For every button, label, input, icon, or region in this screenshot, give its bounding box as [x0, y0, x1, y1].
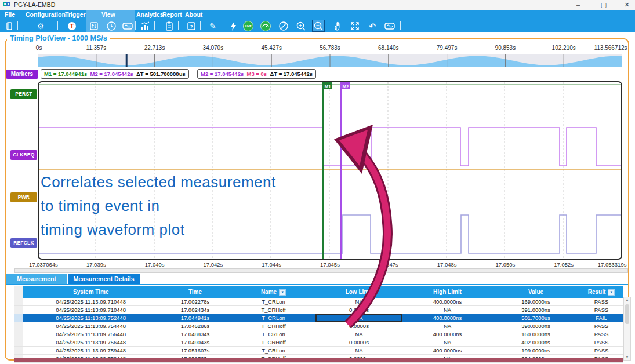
annotate-pencil-icon[interactable]: ✎: [207, 20, 219, 31]
plot-view-icon[interactable]: [122, 20, 133, 31]
cell-system-time[interactable]: 04/25/2025 11:13:09.752448: [23, 314, 159, 322]
timing-clock-icon[interactable]: [106, 20, 117, 31]
signal-label-perst[interactable]: PERST: [10, 89, 37, 99]
undo-icon[interactable]: ↶: [367, 20, 378, 31]
table-row[interactable]: 04/25/2025 11:13:09.75444817.046286sT_CR…: [14, 322, 623, 330]
cell-result[interactable]: PASS: [579, 338, 623, 347]
trigger-icon[interactable]: T: [66, 20, 78, 31]
waveform-view-icon[interactable]: [384, 20, 395, 31]
fit-screen-icon[interactable]: [349, 20, 361, 31]
cell-time[interactable]: 17.048834s: [159, 330, 231, 338]
overview-strip[interactable]: [38, 54, 622, 67]
channel-setup-icon[interactable]: [88, 20, 100, 31]
cell-low-limit[interactable]: 0.0000s: [315, 322, 402, 330]
cell-high-limit[interactable]: 400.0000ns: [402, 347, 492, 355]
cell-system-time[interactable]: 04/25/2025 11:13:09.756448: [23, 338, 159, 347]
scroll-up-icon[interactable]: ▲: [624, 297, 630, 303]
table-row[interactable]: 04/25/2025 11:13:09.75644817.048834sT_CR…: [14, 330, 623, 338]
cell-time[interactable]: 17.051607s: [159, 347, 231, 355]
cell-value[interactable]: 160.0000ns: [492, 330, 579, 338]
disconnect-icon[interactable]: [278, 20, 289, 31]
cell-system-time[interactable]: 04/25/2025 11:13:09.756448: [23, 330, 159, 338]
file-icon[interactable]: [3, 20, 15, 31]
cell-value[interactable]: 402.0000ns: [492, 338, 579, 347]
help-icon[interactable]: ?: [186, 20, 197, 31]
marker-readout-2[interactable]: M2 = 17.045442s M3 = 0s ΔT = 17.045442s: [197, 69, 316, 79]
cell-time[interactable]: 17.046286s: [159, 322, 231, 330]
menu-trigger[interactable]: Trigger: [65, 11, 86, 18]
cell-system-time[interactable]: 04/25/2025 11:13:09.710448: [23, 306, 159, 314]
cell-value[interactable]: 199.0000ns: [492, 347, 579, 355]
cell-high-limit[interactable]: 400.0000ns: [402, 330, 492, 338]
cell-value[interactable]: 391.0000ns: [492, 306, 579, 314]
cell-low-limit[interactable]: NA: [315, 347, 402, 355]
column-header-system-time[interactable]: System Time: [23, 286, 159, 298]
menu-report[interactable]: Report: [162, 11, 182, 18]
menu-analytics[interactable]: Analytics: [136, 11, 164, 18]
cell-result[interactable]: PASS: [579, 322, 623, 330]
signal-label-pwr[interactable]: PWR: [10, 192, 37, 202]
row-selector[interactable]: [14, 322, 23, 330]
cell-high-limit[interactable]: NA: [402, 322, 492, 330]
cell-result[interactable]: PASS: [579, 306, 623, 314]
cell-time[interactable]: 17.044941s: [159, 314, 231, 322]
menu-view[interactable]: View: [101, 11, 115, 18]
column-header-value[interactable]: Value: [492, 286, 579, 298]
signal-label-refclk[interactable]: REFCLK: [10, 238, 37, 248]
column-header-name[interactable]: Name▼: [231, 286, 315, 298]
zoom-out-icon[interactable]: [313, 20, 324, 31]
cell-low-limit[interactable]: 0.0000s: [315, 338, 402, 347]
markers-button[interactable]: Markers: [6, 70, 38, 79]
cell-low-limit[interactable]: NA: [315, 314, 402, 322]
table-row[interactable]: 04/25/2025 11:13:09.75944817.051607sT_CR…: [14, 347, 623, 355]
horizontal-scrollbar[interactable]: [14, 268, 628, 273]
close-button[interactable]: ✕: [618, 0, 635, 9]
menu-configuration[interactable]: Configuration: [26, 11, 66, 18]
performance-gauge-icon[interactable]: [260, 20, 271, 31]
cell-time[interactable]: 17.002434s: [159, 306, 231, 314]
cell-time[interactable]: 17.049043s: [159, 338, 231, 347]
row-selector[interactable]: [14, 298, 23, 306]
settings-gear-icon[interactable]: ⚙: [35, 20, 46, 31]
cell-low-limit[interactable]: NA: [315, 330, 402, 338]
scrollbar-thumb[interactable]: [625, 304, 629, 324]
minimize-button[interactable]: –: [569, 0, 587, 9]
pan-hand-icon[interactable]: [332, 20, 343, 31]
row-selector[interactable]: [14, 330, 23, 338]
live-mode-icon[interactable]: LIVE: [242, 20, 254, 31]
cell-name[interactable]: T_CRHoff: [231, 306, 315, 314]
cell-low-limit[interactable]: NA: [315, 298, 402, 306]
power-bolt-icon[interactable]: [227, 20, 239, 31]
filter-icon[interactable]: ▼: [279, 289, 286, 296]
cell-system-time[interactable]: 04/25/2025 11:13:09.710448: [23, 298, 159, 306]
cell-result[interactable]: PASS: [579, 347, 623, 355]
cell-result[interactable]: PASS: [579, 330, 623, 338]
marker-readout-1[interactable]: M1 = 17.044941s M2 = 17.045442s ΔT = 501…: [41, 69, 189, 79]
cell-high-limit[interactable]: NA: [402, 306, 492, 314]
cell-value[interactable]: 501.7000us: [492, 314, 579, 322]
analytics-icon[interactable]: [139, 20, 151, 31]
cell-value[interactable]: 169.0000ns: [492, 298, 579, 306]
cell-system-time[interactable]: 04/25/2025 11:13:09.754448: [23, 322, 159, 330]
column-header-high-limit[interactable]: High Limit: [402, 286, 492, 298]
scroll-down-icon[interactable]: ▼: [624, 354, 630, 360]
table-row[interactable]: 04/25/2025 11:13:09.71044817.002278sT_CR…: [14, 298, 623, 306]
cell-name[interactable]: T_CRLon: [231, 314, 315, 322]
row-selector[interactable]: [14, 314, 23, 322]
cell-name[interactable]: T_CRHoff: [231, 338, 315, 347]
filter-icon[interactable]: ▼: [608, 289, 615, 296]
table-row[interactable]: 04/25/2025 11:13:09.71044817.002434sT_CR…: [14, 306, 623, 314]
table-row[interactable]: 04/25/2025 11:13:09.75644817.049043sT_CR…: [14, 338, 623, 347]
cell-value[interactable]: 390.0000ns: [492, 322, 579, 330]
cell-result[interactable]: PASS: [579, 298, 623, 306]
menu-about[interactable]: About: [185, 11, 202, 18]
row-selector[interactable]: [14, 347, 23, 355]
partially-visible-row[interactable]: [14, 358, 623, 362]
cell-system-time[interactable]: 04/25/2025 11:13:09.759448: [23, 347, 159, 355]
tab-measurement-details[interactable]: Measurement Details: [68, 274, 140, 284]
row-selector[interactable]: [14, 306, 23, 314]
zoom-in-icon[interactable]: [295, 20, 307, 31]
vertical-scrollbar[interactable]: ▲ ▼: [623, 297, 631, 361]
column-header-low-limit[interactable]: Low Limit: [315, 286, 402, 298]
table-row[interactable]: 04/25/2025 11:13:09.75244817.044941sT_CR…: [14, 314, 623, 322]
